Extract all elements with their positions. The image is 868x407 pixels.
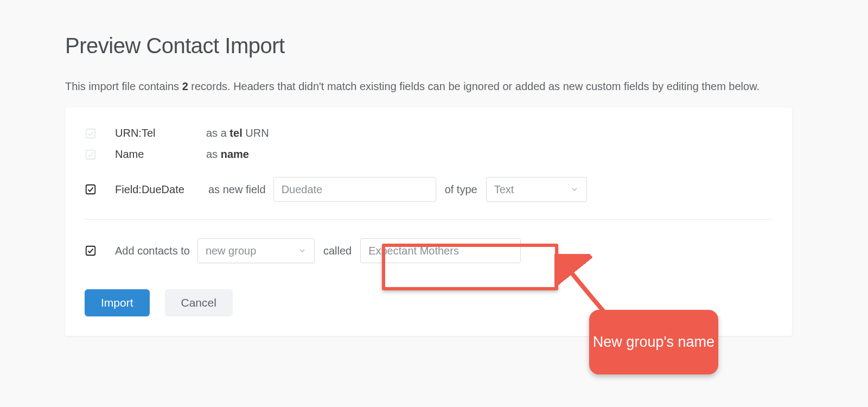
newfield-type-value: Text — [494, 183, 514, 196]
of-type-label: of type — [445, 183, 477, 196]
header-name: Name — [115, 148, 206, 161]
newfield-type-select[interactable]: Text — [486, 177, 587, 202]
called-label: called — [323, 245, 352, 257]
svg-rect-2 — [86, 185, 95, 194]
header-urn-tel: URN:Tel — [115, 127, 206, 139]
chevron-down-icon — [570, 185, 579, 194]
svg-rect-1 — [86, 150, 95, 159]
checkbox-add-to-group[interactable] — [85, 245, 97, 257]
mapping-row-duedate: Field:DueDate as new field of type Text — [85, 173, 773, 206]
desc-name: as name — [206, 148, 249, 161]
header-duedate: Field:DueDate — [115, 183, 208, 196]
newfield-name-input[interactable] — [273, 177, 436, 202]
import-preview-card: URN:Tel as a tel URN Name as name — [65, 107, 792, 336]
divider — [85, 219, 773, 220]
checkbox-name — [85, 149, 97, 161]
chevron-down-icon — [298, 246, 307, 255]
import-button[interactable]: Import — [85, 289, 150, 316]
cancel-button[interactable]: Cancel — [165, 289, 233, 316]
add-contacts-label: Add contacts to — [115, 245, 190, 257]
desc-urn-tel: as a tel URN — [206, 127, 269, 139]
svg-rect-0 — [86, 129, 95, 138]
svg-rect-3 — [86, 246, 95, 256]
newfield-label: as new field — [208, 183, 266, 196]
add-to-group-row: Add contacts to new group called — [85, 234, 773, 268]
page-title: Preview Contact Import — [65, 34, 285, 58]
mapping-row-urn-tel: URN:Tel as a tel URN — [85, 123, 773, 144]
group-mode-value: new group — [206, 245, 256, 257]
group-mode-select[interactable]: new group — [197, 238, 315, 263]
mapping-row-name: Name as name — [85, 144, 773, 165]
intro-text: This import file contains 2 records. Hea… — [65, 80, 760, 93]
group-name-input[interactable] — [360, 238, 521, 263]
checkbox-duedate[interactable] — [85, 183, 97, 195]
checkbox-urn-tel — [85, 128, 97, 139]
